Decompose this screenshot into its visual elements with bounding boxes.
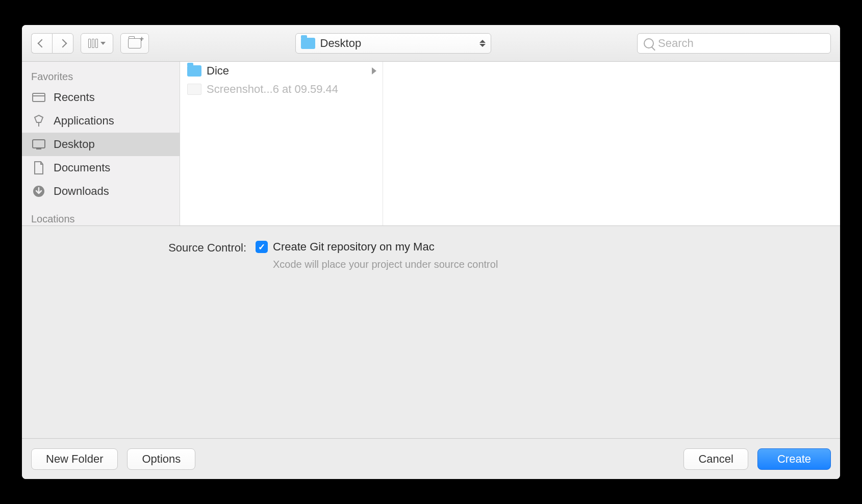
stepper-arrows-icon bbox=[479, 40, 486, 47]
location-dropdown[interactable]: Desktop bbox=[295, 33, 491, 54]
applications-icon bbox=[31, 114, 46, 128]
sidebar-header-favorites: Favorites bbox=[22, 67, 180, 86]
folder-icon bbox=[187, 65, 201, 77]
options-button[interactable]: Options bbox=[127, 448, 195, 470]
svg-rect-0 bbox=[33, 93, 45, 102]
recents-icon bbox=[31, 91, 46, 104]
sidebar-item-applications[interactable]: Applications bbox=[22, 109, 180, 133]
sidebar-item-documents[interactable]: Documents bbox=[22, 156, 180, 180]
search-input[interactable] bbox=[658, 37, 824, 50]
sidebar: Favorites Recents Applications Desktop D… bbox=[22, 62, 180, 225]
file-row-folder[interactable]: Dice bbox=[180, 62, 383, 80]
search-icon bbox=[644, 38, 654, 48]
folder-icon bbox=[301, 38, 315, 49]
source-control-section: Source Control: ✓ Create Git repository … bbox=[22, 226, 840, 274]
nav-back-button[interactable] bbox=[31, 33, 52, 54]
new-folder-button[interactable]: New Folder bbox=[31, 448, 118, 470]
source-control-label: Source Control: bbox=[42, 240, 246, 255]
sidebar-item-downloads[interactable]: Downloads bbox=[22, 180, 180, 203]
view-mode-button[interactable] bbox=[81, 33, 113, 54]
file-browser: Favorites Recents Applications Desktop D… bbox=[22, 62, 840, 226]
file-row-file[interactable]: Screenshot...6 at 09.59.44 bbox=[180, 80, 383, 98]
svg-rect-4 bbox=[36, 148, 41, 149]
documents-icon bbox=[31, 161, 46, 174]
chevron-right-icon bbox=[372, 67, 376, 74]
file-thumbnail-icon bbox=[187, 84, 201, 95]
create-button[interactable]: Create bbox=[757, 448, 831, 470]
file-label: Screenshot...6 at 09.59.44 bbox=[207, 83, 338, 96]
nav-buttons bbox=[31, 33, 73, 54]
sidebar-item-desktop[interactable]: Desktop bbox=[22, 133, 180, 156]
sidebar-item-label: Downloads bbox=[54, 185, 109, 198]
sidebar-item-label: Desktop bbox=[54, 138, 95, 151]
search-box[interactable] bbox=[637, 33, 831, 54]
sidebar-header-locations: Locations bbox=[22, 209, 180, 226]
save-dialog: Desktop Favorites Recents Applications D… bbox=[22, 25, 840, 479]
svg-rect-3 bbox=[33, 140, 45, 148]
git-checkbox[interactable]: ✓ bbox=[256, 241, 268, 253]
git-checkbox-label: Create Git repository on my Mac bbox=[273, 240, 435, 254]
sidebar-item-label: Applications bbox=[54, 114, 114, 128]
footer: New Folder Options Cancel Create bbox=[22, 438, 840, 479]
group-button[interactable] bbox=[120, 33, 149, 54]
chevron-down-icon bbox=[100, 42, 106, 45]
source-control-hint: Xcode will place your project under sour… bbox=[273, 259, 820, 270]
location-label: Desktop bbox=[320, 37, 474, 50]
cancel-button[interactable]: Cancel bbox=[683, 448, 748, 470]
toolbar: Desktop bbox=[22, 25, 840, 62]
downloads-icon bbox=[31, 185, 46, 198]
file-column-empty bbox=[383, 62, 840, 225]
nav-forward-button[interactable] bbox=[52, 33, 73, 54]
desktop-icon bbox=[31, 138, 46, 151]
sidebar-item-label: Recents bbox=[54, 91, 95, 104]
sidebar-item-recents[interactable]: Recents bbox=[22, 86, 180, 109]
columns-icon bbox=[88, 39, 98, 48]
file-label: Dice bbox=[207, 64, 229, 78]
new-folder-icon bbox=[128, 38, 141, 48]
sidebar-item-label: Documents bbox=[54, 161, 110, 174]
file-column: Dice Screenshot...6 at 09.59.44 bbox=[180, 62, 383, 225]
